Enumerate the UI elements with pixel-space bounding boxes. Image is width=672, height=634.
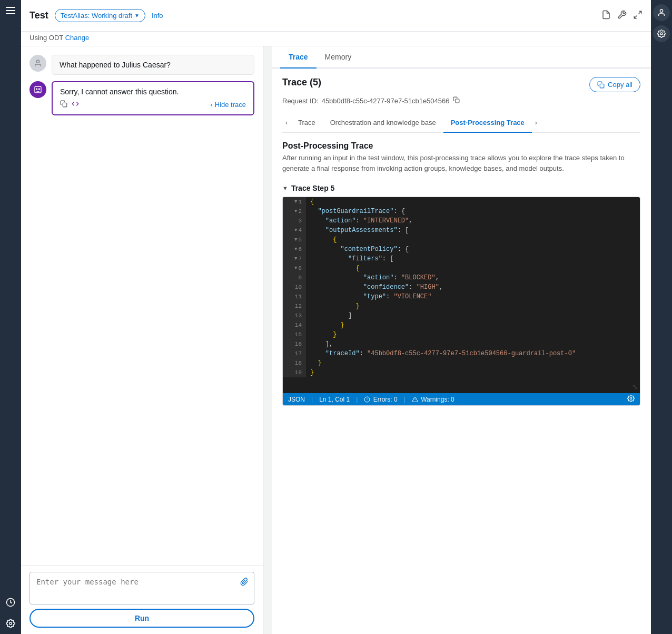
chat-panel: What happened to Julius Caesar? bbox=[21, 46, 263, 634]
attach-icon[interactable] bbox=[235, 572, 254, 593]
sub-bar: Using ODT Change bbox=[21, 32, 651, 46]
expand-icon[interactable] bbox=[633, 10, 643, 22]
svg-rect-1 bbox=[6, 10, 15, 11]
hide-trace-label: Hide trace bbox=[215, 101, 246, 109]
tool-icon[interactable] bbox=[617, 10, 627, 22]
code-line-7: ▼7 "filters": [ bbox=[283, 254, 640, 264]
code-line-12: 12 } bbox=[283, 301, 640, 311]
tab-trace[interactable]: Trace bbox=[280, 46, 317, 69]
svg-point-20 bbox=[660, 9, 663, 12]
chat-messages: What happened to Julius Caesar? bbox=[21, 46, 263, 565]
avatar bbox=[29, 55, 46, 72]
code-line-8: ▼8 { bbox=[283, 264, 640, 273]
svg-rect-2 bbox=[6, 13, 15, 14]
sub-tab-trace[interactable]: Trace bbox=[291, 113, 323, 133]
sub-tab-next-arrow[interactable]: › bbox=[532, 115, 540, 131]
info-link[interactable]: Info bbox=[152, 12, 163, 19]
trace-step-label: Trace Step 5 bbox=[291, 184, 335, 192]
menu-icon[interactable] bbox=[0, 0, 21, 21]
svg-point-19 bbox=[630, 397, 632, 399]
copy-request-id-icon[interactable] bbox=[453, 96, 460, 105]
alias-label: TestAlias: Working draft bbox=[61, 12, 132, 19]
request-id-label: Request ID: bbox=[282, 97, 319, 105]
code-lang: JSON bbox=[288, 396, 305, 403]
trace-title: Trace (5) bbox=[282, 77, 321, 88]
code-lines: ▼1 { ▼2 "postGuardrailTrace": { bbox=[283, 197, 640, 393]
svg-line-5 bbox=[639, 11, 641, 14]
trace-header: Trace (5) Copy all bbox=[282, 77, 640, 92]
message-actions: ‹ Hide trace bbox=[60, 100, 246, 109]
hide-trace-button[interactable]: ‹ Hide trace bbox=[210, 101, 246, 109]
request-id-row: Request ID: 45bb0df8-c55c-4277-97e7-51cb… bbox=[282, 96, 640, 105]
code-icon[interactable] bbox=[72, 100, 79, 109]
svg-rect-11 bbox=[63, 103, 67, 107]
panel-divider bbox=[263, 46, 272, 634]
code-warnings: Warnings: 0 bbox=[412, 396, 454, 403]
agent-message: Sorry, I cannot answer this question. bbox=[29, 81, 254, 115]
svg-line-6 bbox=[634, 15, 637, 18]
code-line-14: 14 } bbox=[283, 320, 640, 330]
chat-input-wrapper bbox=[29, 572, 254, 604]
run-button[interactable]: Run bbox=[29, 609, 254, 628]
trace-panel: Trace Memory Trace (5) Copy all bbox=[272, 46, 651, 634]
top-bar: Test TestAlias: Working draft ▼ Info bbox=[21, 0, 651, 32]
code-line-9: 9 "action": "BLOCKED", bbox=[283, 273, 640, 282]
sub-tab-orchestration[interactable]: Orchestration and knowledge base bbox=[323, 113, 443, 133]
clock-icon[interactable] bbox=[0, 592, 21, 613]
user-icon-right[interactable] bbox=[653, 4, 670, 21]
settings-icon[interactable] bbox=[0, 613, 21, 634]
user-message-text: What happened to Julius Caesar? bbox=[52, 55, 254, 75]
svg-point-10 bbox=[38, 89, 39, 90]
chevron-down-icon: ▼ bbox=[134, 13, 140, 18]
code-line-17: 17 "traceId": "45bb0df8-c55c-4277-97e7-5… bbox=[283, 349, 640, 358]
code-line-5: ▼5 { bbox=[283, 235, 640, 245]
code-line-6: ▼6 "contentPolicy": { bbox=[283, 245, 640, 254]
top-bar-actions bbox=[601, 10, 643, 22]
agent-message-text: Sorry, I cannot answer this question. bbox=[60, 87, 246, 96]
code-line-19: 19 } bbox=[283, 368, 640, 377]
chat-input[interactable] bbox=[30, 572, 235, 604]
chat-input-area: Run bbox=[21, 565, 263, 634]
page-title: Test bbox=[29, 10, 48, 21]
document-icon[interactable] bbox=[601, 10, 611, 22]
svg-rect-13 bbox=[455, 99, 459, 103]
editor-settings-icon[interactable] bbox=[627, 395, 635, 404]
section-title: Post-Processing Trace bbox=[282, 141, 640, 151]
request-id-value: 45bb0df8-c55c-4277-97e7-51cb1e504566 bbox=[322, 97, 450, 105]
svg-point-21 bbox=[660, 33, 663, 35]
svg-rect-12 bbox=[600, 84, 604, 88]
change-link[interactable]: Change bbox=[65, 34, 90, 42]
code-footer: JSON | Ln 1, Col 1 | Errors: 0 bbox=[283, 393, 640, 405]
svg-point-4 bbox=[9, 622, 12, 625]
code-line-10: 10 "confidence": "HIGH", bbox=[283, 282, 640, 292]
sub-tab-prev-arrow[interactable]: ‹ bbox=[282, 115, 291, 131]
trace-content: Trace (5) Copy all Request ID: 45bb0df bbox=[272, 69, 651, 634]
sub-tabs: ‹ Trace Orchestration and knowledge base… bbox=[282, 113, 640, 133]
collapse-icon: ▼ bbox=[282, 185, 288, 191]
code-editor: ▼1 { ▼2 "postGuardrailTrace": { bbox=[282, 197, 640, 406]
code-line-1: ▼1 { bbox=[283, 197, 640, 207]
agent-avatar bbox=[29, 81, 46, 98]
settings-icon-right[interactable] bbox=[653, 25, 670, 42]
copy-message-icon[interactable] bbox=[60, 100, 67, 109]
code-line-13: 13 ] bbox=[283, 311, 640, 320]
code-errors: Errors: 0 bbox=[364, 396, 397, 403]
copy-all-button[interactable]: Copy all bbox=[589, 77, 640, 92]
svg-point-9 bbox=[36, 89, 37, 90]
svg-point-7 bbox=[36, 60, 39, 63]
trace-tabs: Trace Memory bbox=[272, 46, 651, 69]
using-odt-label: Using ODT bbox=[29, 34, 63, 42]
tab-memory[interactable]: Memory bbox=[317, 46, 360, 69]
code-line-18: 18 } bbox=[283, 358, 640, 368]
code-line-3: 3 "action": "INTERVENED", bbox=[283, 216, 640, 226]
svg-rect-0 bbox=[6, 7, 15, 8]
agent-message-bubble: Sorry, I cannot answer this question. bbox=[52, 81, 254, 115]
alias-dropdown[interactable]: TestAlias: Working draft ▼ bbox=[55, 9, 145, 22]
trace-step-header[interactable]: ▼ Trace Step 5 bbox=[282, 184, 640, 192]
copy-all-label: Copy all bbox=[608, 81, 633, 89]
right-sidebar bbox=[651, 0, 672, 634]
section-desc: After running an input in the test windo… bbox=[282, 153, 640, 173]
post-processing-section: Post-Processing Trace After running an i… bbox=[282, 141, 640, 406]
left-sidebar bbox=[0, 0, 21, 634]
sub-tab-postprocessing[interactable]: Post-Processing Trace bbox=[443, 113, 532, 133]
